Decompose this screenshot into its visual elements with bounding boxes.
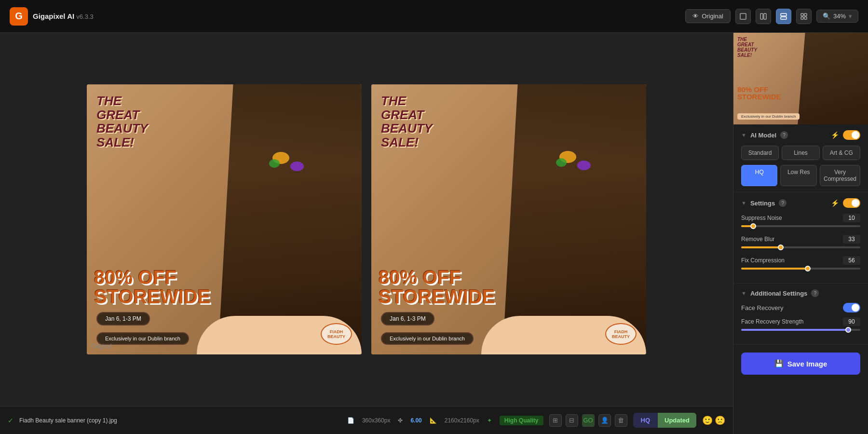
settings-help[interactable]: ? <box>779 199 787 207</box>
logo-icon: G <box>10 7 28 26</box>
thumbs-up-btn[interactable]: 🙂 <box>702 415 713 426</box>
preview-headline: THEGREATBEAUTYSALE! <box>737 37 757 58</box>
face-splat-purple-r <box>577 161 591 170</box>
face-splat-green-r <box>556 158 567 167</box>
additional-help[interactable]: ? <box>811 289 819 297</box>
thumbs-down-btn[interactable]: 🙁 <box>715 415 725 426</box>
svg-rect-4 <box>781 17 787 19</box>
topbar-controls: 👁 Original <box>685 9 858 24</box>
svg-rect-2 <box>764 14 766 19</box>
additional-chevron: ▼ <box>741 290 746 296</box>
ai-model-help[interactable]: ? <box>780 131 788 139</box>
face-recovery-strength-fill <box>741 329 848 331</box>
grid-icon <box>739 13 747 20</box>
eye-icon: 👁 <box>692 13 699 20</box>
emoji-buttons: 🙂 🙁 <box>702 415 725 426</box>
view-active-button[interactable] <box>776 9 791 24</box>
hq-tab[interactable]: HQ <box>633 413 658 428</box>
source-size: 360x360px <box>362 417 391 424</box>
quality-tabs: HQ Low Res Very Compressed <box>741 165 860 186</box>
file-name: Fiadh Beauty sale banner (copy 1).jpg <box>19 417 117 424</box>
updated-tab[interactable]: Updated <box>658 413 696 428</box>
check-icon: ✓ <box>8 417 14 424</box>
icon-btn-1[interactable]: ⊞ <box>549 414 562 427</box>
logo-area: G Gigapixel AI v6.3.3 <box>10 7 94 26</box>
lightning-icon: ⚡ <box>831 131 839 139</box>
banner-offer-right: 80% OFFSTOREWIDE <box>379 268 495 306</box>
scale-icon: ✤ <box>398 417 403 424</box>
settings-lightning: ⚡ <box>831 199 839 207</box>
bottom-icons: ⊞ ⊟ GO 👤 🗑 <box>549 414 627 427</box>
ai-model-section: ▼ AI Model ? ⚡ Standard Lines Art & CG H… <box>733 124 868 192</box>
face-recovery-strength-value: 90 <box>843 317 860 326</box>
view-quad-button[interactable] <box>796 9 812 24</box>
svg-rect-7 <box>801 17 803 19</box>
preview-sub: Exclusively in our Dublin branch <box>737 113 800 120</box>
remove-blur-slider[interactable] <box>741 246 860 248</box>
face-recovery-strength-row: Face Recovery Strength 90 <box>741 317 860 331</box>
face-recovery-toggle[interactable] <box>843 303 860 312</box>
remove-blur-thumb[interactable] <box>778 244 784 250</box>
banner-headline-left: THEGREATBEAUTYSALE! <box>96 94 148 149</box>
hq-updated-control[interactable]: HQ Updated <box>633 413 697 428</box>
sidebar-preview: THEGREATBEAUTYSALE! 80% OFFSTOREWIDE Exc… <box>733 33 868 124</box>
ai-model-toggle[interactable] <box>843 130 860 140</box>
banner-offer-left: 80% OFFSTOREWIDE <box>94 268 211 306</box>
quality-badge: High Quality <box>500 416 543 425</box>
quad-icon <box>800 13 808 20</box>
ai-model-label: AI Model <box>750 132 776 139</box>
face-recovery-strength-thumb[interactable] <box>845 327 851 333</box>
face-splat-purple <box>290 162 304 171</box>
suppress-noise-slider[interactable] <box>741 225 860 227</box>
quality-very-compressed[interactable]: Very Compressed <box>820 165 860 186</box>
face-recovery-row: Face Recovery <box>741 303 860 312</box>
person-silhouette <box>211 84 362 354</box>
split-vertical-icon <box>760 13 767 20</box>
app-version: v6.3.3 <box>76 13 93 20</box>
save-image-button[interactable]: 💾 Save Image <box>741 353 860 375</box>
banner-headline-right: THEGREATBEAUTYSALE! <box>381 94 433 149</box>
face-recovery-strength-label: Face Recovery Strength <box>741 318 803 325</box>
split-horizontal-icon <box>780 13 787 20</box>
zoom-in-icon: 🔍 <box>823 13 830 20</box>
svg-rect-3 <box>781 14 787 16</box>
tab-art-cg[interactable]: Art & CG <box>823 146 860 160</box>
svg-rect-8 <box>804 17 807 19</box>
ai-model-chevron: ▼ <box>741 132 746 138</box>
go-btn[interactable]: GO <box>582 414 595 427</box>
view-single-button[interactable] <box>735 9 751 24</box>
icon-btn-2[interactable]: ⊟ <box>566 414 578 427</box>
remove-blur-value: 33 <box>843 235 860 244</box>
settings-header: ▼ Settings ? ⚡ <box>741 198 860 208</box>
svg-rect-1 <box>760 14 763 19</box>
ai-model-header: ▼ AI Model ? ⚡ <box>741 130 860 140</box>
quality-low-res[interactable]: Low Res <box>780 165 816 186</box>
additional-settings-section: ▼ Additional Settings ? Face Recovery Fa… <box>733 284 868 345</box>
tab-lines[interactable]: Lines <box>782 146 819 160</box>
fix-compression-label: Fix Compression <box>741 257 785 264</box>
face-recovery-strength-slider[interactable] <box>741 329 860 331</box>
quality-hq[interactable]: HQ <box>741 165 777 186</box>
remove-blur-label: Remove Blur <box>741 236 774 243</box>
suppress-noise-thumb[interactable] <box>750 223 756 229</box>
original-button[interactable]: 👁 Original <box>685 9 731 23</box>
view-split-button[interactable] <box>756 9 771 24</box>
bottom-meta: 📄 360x360px ✤ 6.00 📐 2160x2160px ✦ High … <box>347 416 543 425</box>
person-btn[interactable]: 👤 <box>598 414 611 427</box>
fix-compression-thumb[interactable] <box>805 266 811 271</box>
trash-btn[interactable]: 🗑 <box>615 414 627 427</box>
topbar: G Gigapixel AI v6.3.3 👁 Original <box>0 0 868 33</box>
output-icon: 📐 <box>430 417 437 424</box>
suppress-noise-value: 10 <box>843 214 860 222</box>
banner-date-left: Jan 6, 1-3 PM <box>96 312 150 326</box>
scale-value: 6.00 <box>410 417 421 424</box>
fix-compression-value: 56 <box>843 256 860 265</box>
settings-toggle[interactable] <box>843 198 860 208</box>
enhanced-banner: THEGREATBEAUTYSALE! 80% OFFSTOREWIDE Jan… <box>371 84 646 354</box>
preview-person <box>794 33 868 124</box>
settings-label: Settings <box>750 200 775 207</box>
original-image-panel: THEGREATBEAUTYSALE! 80% OFFSTOREWIDE Jan… <box>87 84 362 354</box>
settings-chevron: ▼ <box>741 200 746 206</box>
tab-standard[interactable]: Standard <box>741 146 779 160</box>
fix-compression-slider[interactable] <box>741 268 860 270</box>
